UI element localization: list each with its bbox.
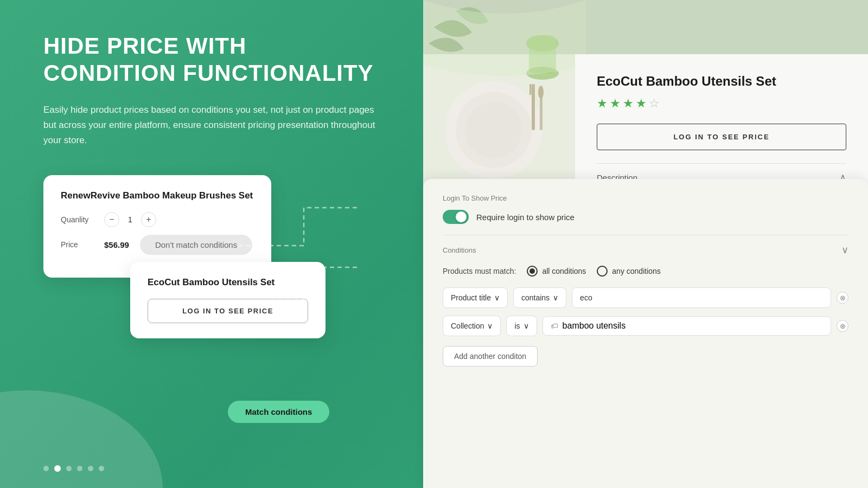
dot-4[interactable] bbox=[88, 466, 93, 471]
condition-2-value-label: bamboo utensils bbox=[563, 321, 626, 331]
products-must-match-row: Products must match: all conditions any … bbox=[443, 266, 848, 277]
condition-1-value-input[interactable] bbox=[572, 287, 831, 308]
condition-1-field-chevron: ∨ bbox=[494, 293, 500, 302]
match-options: all conditions any conditions bbox=[527, 266, 660, 277]
dot-1[interactable] bbox=[54, 465, 61, 472]
dot-3[interactable] bbox=[77, 466, 82, 471]
require-login-toggle[interactable] bbox=[443, 210, 469, 224]
dot-0[interactable] bbox=[43, 466, 49, 471]
right-section: EcoCut Bamboo Utensils Set ★ ★ ★ ★ ☆ LOG… bbox=[423, 0, 868, 488]
any-conditions-option[interactable]: any conditions bbox=[597, 266, 661, 277]
condition-1-remove-btn[interactable]: ⊗ bbox=[837, 292, 848, 304]
product-image bbox=[423, 0, 586, 206]
condition-1-operator-chevron: ∨ bbox=[553, 293, 558, 302]
panel-product-title: EcoCut Bamboo Utensils Set bbox=[597, 74, 846, 89]
svg-point-5 bbox=[465, 102, 522, 158]
price-value: $56.99 bbox=[104, 240, 129, 249]
quantity-decrease-btn[interactable]: − bbox=[104, 212, 119, 227]
add-condition-btn[interactable]: Add another conditon bbox=[443, 346, 538, 367]
products-must-match-label: Products must match: bbox=[443, 267, 516, 275]
condition-2-field-select[interactable]: Collection ∨ bbox=[443, 316, 501, 336]
stars-row: ★ ★ ★ ★ ☆ bbox=[597, 97, 846, 111]
condition-2-remove-btn[interactable]: ⊗ bbox=[837, 320, 848, 332]
toggle-row: Require login to show price bbox=[443, 210, 848, 224]
toggle-knob bbox=[456, 211, 467, 222]
quantity-label: Quanlity bbox=[61, 215, 104, 224]
svg-point-11 bbox=[538, 86, 544, 99]
quantity-row: Quanlity − 1 + bbox=[61, 212, 254, 227]
condition-1-operator-select[interactable]: contains ∨ bbox=[513, 287, 566, 308]
product-cards-area: RenewRevive Bamboo Makeup Brushes Set Qu… bbox=[43, 175, 380, 455]
price-label: Price bbox=[61, 240, 104, 249]
star-3: ★ bbox=[623, 97, 634, 111]
conditions-chevron-icon[interactable]: ∨ bbox=[841, 244, 848, 256]
product-card-2-login-btn[interactable]: LOG IN TO SEE PRICE bbox=[148, 299, 308, 323]
tag-icon: 🏷 bbox=[551, 322, 558, 330]
hero-title: HIDE PRICE WITH CONDITION FUNCTIONALITY bbox=[43, 33, 380, 87]
star-5: ☆ bbox=[649, 97, 660, 111]
star-2: ★ bbox=[610, 97, 621, 111]
all-conditions-label: all conditions bbox=[542, 267, 586, 275]
svg-rect-7 bbox=[529, 84, 531, 95]
hero-description: Easily hide product prices based on cond… bbox=[43, 102, 380, 148]
condition-row-1: Product title ∨ contains ∨ ⊗ bbox=[443, 287, 848, 308]
left-section: HIDE PRICE WITH CONDITION FUNCTIONALITY … bbox=[0, 0, 423, 488]
login-to-show-label: Login to show price bbox=[443, 194, 848, 202]
conditions-header: Conditions ∨ bbox=[443, 244, 848, 256]
condition-1-field-select[interactable]: Product title ∨ bbox=[443, 287, 508, 308]
dont-match-badge: Don't match conditions bbox=[140, 235, 252, 255]
condition-2-operator-chevron: ∨ bbox=[524, 322, 529, 330]
quantity-controls: − 1 + bbox=[104, 212, 156, 227]
conditions-divider bbox=[443, 235, 848, 235]
condition-1-operator-label: contains bbox=[521, 293, 550, 302]
all-conditions-radio-dot bbox=[529, 268, 535, 274]
main-container: HIDE PRICE WITH CONDITION FUNCTIONALITY … bbox=[0, 0, 868, 488]
match-conditions-badge: Match conditions bbox=[228, 401, 329, 423]
condition-2-operator-select[interactable]: is ∨ bbox=[506, 316, 537, 336]
any-conditions-label: any conditions bbox=[612, 267, 661, 275]
conditions-title: Conditions bbox=[443, 246, 476, 254]
condition-1-field-label: Product title bbox=[451, 293, 491, 302]
condition-2-field-chevron: ∨ bbox=[487, 322, 493, 330]
quantity-increase-btn[interactable]: + bbox=[141, 212, 156, 227]
all-conditions-radio[interactable] bbox=[527, 266, 538, 277]
condition-2-operator-label: is bbox=[514, 322, 520, 330]
condition-2-field-label: Collection bbox=[451, 322, 484, 330]
price-row: Price $56.99 Don't match conditions bbox=[61, 235, 254, 255]
dot-2[interactable] bbox=[66, 466, 72, 471]
toggle-label: Require login to show price bbox=[476, 213, 575, 222]
star-1: ★ bbox=[597, 97, 608, 111]
all-conditions-option[interactable]: all conditions bbox=[527, 266, 586, 277]
product-card-1-title: RenewRevive Bamboo Makeup Brushes Set bbox=[61, 190, 254, 201]
pagination-dots bbox=[43, 465, 104, 472]
condition-row-2: Collection ∨ is ∨ 🏷 bamboo utensils ⊗ bbox=[443, 316, 848, 336]
quantity-value: 1 bbox=[128, 215, 132, 224]
star-4: ★ bbox=[636, 97, 647, 111]
condition-2-tag-input[interactable]: 🏷 bamboo utensils bbox=[542, 316, 831, 336]
connector-lines bbox=[239, 202, 358, 300]
dot-5[interactable] bbox=[99, 466, 104, 471]
conditions-panel: Login to show price Require login to sho… bbox=[423, 179, 868, 488]
svg-rect-9 bbox=[532, 84, 533, 95]
panel-login-btn[interactable]: LOG IN TO SEE PRICE bbox=[597, 124, 846, 150]
svg-rect-8 bbox=[533, 84, 535, 95]
any-conditions-radio[interactable] bbox=[597, 266, 608, 277]
